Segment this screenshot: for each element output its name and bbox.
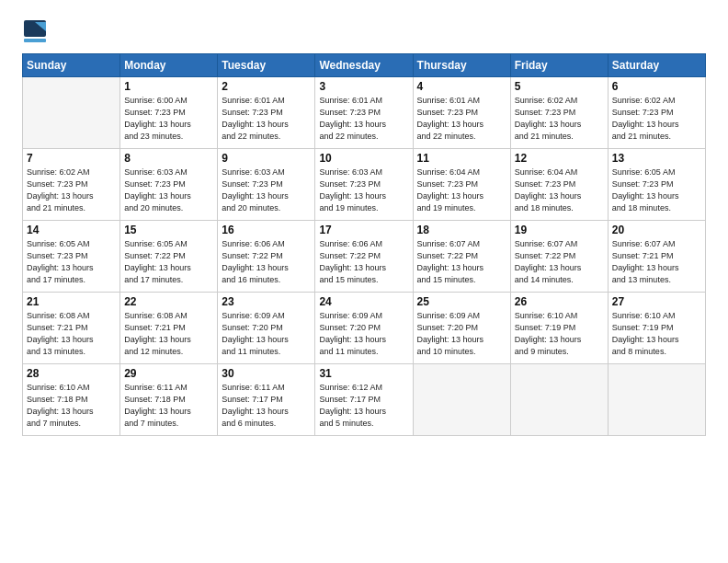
calendar-cell: 19Sunrise: 6:07 AM Sunset: 7:22 PM Dayli…: [510, 221, 608, 293]
calendar-week-row: 1Sunrise: 6:00 AM Sunset: 7:23 PM Daylig…: [23, 77, 706, 149]
day-number: 25: [417, 295, 506, 308]
day-number: 11: [417, 152, 506, 165]
calendar-cell: 30Sunrise: 6:11 AM Sunset: 7:17 PM Dayli…: [218, 364, 315, 436]
calendar-week-row: 14Sunrise: 6:05 AM Sunset: 7:23 PM Dayli…: [23, 221, 706, 293]
header: [22, 18, 706, 44]
calendar-cell: 15Sunrise: 6:05 AM Sunset: 7:22 PM Dayli…: [120, 221, 218, 293]
calendar-cell: 26Sunrise: 6:10 AM Sunset: 7:19 PM Dayli…: [510, 293, 608, 364]
calendar-cell: 31Sunrise: 6:12 AM Sunset: 7:17 PM Dayli…: [315, 364, 413, 436]
page: SundayMondayTuesdayWednesdayThursdayFrid…: [0, 0, 728, 563]
calendar-cell: 9Sunrise: 6:03 AM Sunset: 7:23 PM Daylig…: [218, 149, 315, 221]
day-number: 8: [124, 152, 213, 165]
day-info: Sunrise: 6:11 AM Sunset: 7:17 PM Dayligh…: [222, 382, 311, 430]
calendar-cell: 18Sunrise: 6:07 AM Sunset: 7:22 PM Dayli…: [413, 221, 510, 293]
day-info: Sunrise: 6:04 AM Sunset: 7:23 PM Dayligh…: [417, 167, 506, 214]
day-info: Sunrise: 6:09 AM Sunset: 7:20 PM Dayligh…: [319, 310, 408, 358]
calendar-cell: 28Sunrise: 6:10 AM Sunset: 7:18 PM Dayli…: [23, 364, 120, 436]
day-info: Sunrise: 6:10 AM Sunset: 7:19 PM Dayligh…: [515, 310, 604, 358]
day-info: Sunrise: 6:08 AM Sunset: 7:21 PM Dayligh…: [124, 310, 213, 358]
day-info: Sunrise: 6:07 AM Sunset: 7:21 PM Dayligh…: [612, 238, 701, 286]
day-info: Sunrise: 6:01 AM Sunset: 7:23 PM Dayligh…: [417, 95, 506, 143]
calendar-cell: 7Sunrise: 6:02 AM Sunset: 7:23 PM Daylig…: [23, 149, 120, 221]
calendar-cell: 16Sunrise: 6:06 AM Sunset: 7:22 PM Dayli…: [218, 221, 315, 293]
weekday-header: Tuesday: [218, 54, 315, 77]
calendar-cell: 24Sunrise: 6:09 AM Sunset: 7:20 PM Dayli…: [315, 293, 413, 364]
day-number: 22: [124, 295, 213, 308]
calendar-cell: 2Sunrise: 6:01 AM Sunset: 7:23 PM Daylig…: [218, 77, 315, 149]
day-number: 21: [27, 295, 116, 308]
day-number: 3: [319, 80, 408, 93]
day-info: Sunrise: 6:03 AM Sunset: 7:23 PM Dayligh…: [319, 167, 408, 214]
day-info: Sunrise: 6:02 AM Sunset: 7:23 PM Dayligh…: [612, 95, 701, 143]
calendar-cell: 10Sunrise: 6:03 AM Sunset: 7:23 PM Dayli…: [315, 149, 413, 221]
day-number: 7: [27, 152, 116, 165]
day-number: 27: [612, 295, 701, 308]
day-number: 28: [27, 367, 116, 380]
calendar-cell: 20Sunrise: 6:07 AM Sunset: 7:21 PM Dayli…: [608, 221, 705, 293]
calendar-cell: 29Sunrise: 6:11 AM Sunset: 7:18 PM Dayli…: [120, 364, 218, 436]
day-info: Sunrise: 6:09 AM Sunset: 7:20 PM Dayligh…: [417, 310, 506, 358]
calendar-cell: 3Sunrise: 6:01 AM Sunset: 7:23 PM Daylig…: [315, 77, 413, 149]
calendar-cell: 8Sunrise: 6:03 AM Sunset: 7:23 PM Daylig…: [120, 149, 218, 221]
weekday-header: Wednesday: [315, 54, 413, 77]
day-info: Sunrise: 6:05 AM Sunset: 7:22 PM Dayligh…: [124, 238, 213, 286]
weekday-header: Saturday: [608, 54, 705, 77]
day-number: 12: [515, 152, 604, 165]
weekday-header: Thursday: [413, 54, 510, 77]
day-number: 26: [515, 295, 604, 308]
day-number: 29: [124, 367, 213, 380]
day-info: Sunrise: 6:07 AM Sunset: 7:22 PM Dayligh…: [417, 238, 506, 286]
calendar-cell: 27Sunrise: 6:10 AM Sunset: 7:19 PM Dayli…: [608, 293, 705, 364]
day-info: Sunrise: 6:08 AM Sunset: 7:21 PM Dayligh…: [27, 310, 116, 358]
day-number: 5: [515, 80, 604, 93]
calendar-cell: 4Sunrise: 6:01 AM Sunset: 7:23 PM Daylig…: [413, 77, 510, 149]
calendar-cell: 6Sunrise: 6:02 AM Sunset: 7:23 PM Daylig…: [608, 77, 705, 149]
calendar-cell: 21Sunrise: 6:08 AM Sunset: 7:21 PM Dayli…: [23, 293, 120, 364]
calendar-cell: 17Sunrise: 6:06 AM Sunset: 7:22 PM Dayli…: [315, 221, 413, 293]
day-number: 24: [319, 295, 408, 308]
day-number: 6: [612, 80, 701, 93]
calendar-cell: 12Sunrise: 6:04 AM Sunset: 7:23 PM Dayli…: [510, 149, 608, 221]
weekday-row: SundayMondayTuesdayWednesdayThursdayFrid…: [23, 54, 706, 77]
calendar-cell: 5Sunrise: 6:02 AM Sunset: 7:23 PM Daylig…: [510, 77, 608, 149]
day-info: Sunrise: 6:02 AM Sunset: 7:23 PM Dayligh…: [27, 167, 116, 214]
calendar-header: SundayMondayTuesdayWednesdayThursdayFrid…: [23, 54, 706, 77]
calendar-cell: 25Sunrise: 6:09 AM Sunset: 7:20 PM Dayli…: [413, 293, 510, 364]
calendar-cell: [413, 364, 510, 436]
day-info: Sunrise: 6:04 AM Sunset: 7:23 PM Dayligh…: [515, 167, 604, 214]
day-info: Sunrise: 6:00 AM Sunset: 7:23 PM Dayligh…: [124, 95, 213, 143]
calendar-cell: 23Sunrise: 6:09 AM Sunset: 7:20 PM Dayli…: [218, 293, 315, 364]
calendar-week-row: 7Sunrise: 6:02 AM Sunset: 7:23 PM Daylig…: [23, 149, 706, 221]
day-info: Sunrise: 6:02 AM Sunset: 7:23 PM Dayligh…: [515, 95, 604, 143]
day-number: 16: [222, 224, 311, 236]
svg-rect-2: [24, 39, 46, 42]
day-number: 10: [319, 152, 408, 165]
day-number: 30: [222, 367, 311, 380]
calendar-cell: 1Sunrise: 6:00 AM Sunset: 7:23 PM Daylig…: [120, 77, 218, 149]
calendar-week-row: 21Sunrise: 6:08 AM Sunset: 7:21 PM Dayli…: [23, 293, 706, 364]
day-number: 4: [417, 80, 506, 93]
weekday-header: Monday: [120, 54, 218, 77]
calendar-body: 1Sunrise: 6:00 AM Sunset: 7:23 PM Daylig…: [23, 77, 706, 436]
day-info: Sunrise: 6:10 AM Sunset: 7:19 PM Dayligh…: [612, 310, 701, 358]
calendar: SundayMondayTuesdayWednesdayThursdayFrid…: [22, 53, 706, 436]
day-info: Sunrise: 6:06 AM Sunset: 7:22 PM Dayligh…: [319, 238, 408, 286]
day-number: 14: [27, 224, 116, 236]
day-info: Sunrise: 6:03 AM Sunset: 7:23 PM Dayligh…: [222, 167, 311, 214]
calendar-cell: 22Sunrise: 6:08 AM Sunset: 7:21 PM Dayli…: [120, 293, 218, 364]
calendar-cell: 11Sunrise: 6:04 AM Sunset: 7:23 PM Dayli…: [413, 149, 510, 221]
day-number: 2: [222, 80, 311, 93]
calendar-cell: 14Sunrise: 6:05 AM Sunset: 7:23 PM Dayli…: [23, 221, 120, 293]
day-number: 20: [612, 224, 701, 236]
logo-icon: [22, 18, 48, 44]
day-number: 13: [612, 152, 701, 165]
weekday-header: Friday: [510, 54, 608, 77]
day-info: Sunrise: 6:05 AM Sunset: 7:23 PM Dayligh…: [612, 167, 701, 214]
day-info: Sunrise: 6:10 AM Sunset: 7:18 PM Dayligh…: [27, 382, 116, 430]
day-number: 17: [319, 224, 408, 236]
day-info: Sunrise: 6:07 AM Sunset: 7:22 PM Dayligh…: [515, 238, 604, 286]
day-number: 15: [124, 224, 213, 236]
day-info: Sunrise: 6:11 AM Sunset: 7:18 PM Dayligh…: [124, 382, 213, 430]
calendar-cell: 13Sunrise: 6:05 AM Sunset: 7:23 PM Dayli…: [608, 149, 705, 221]
day-info: Sunrise: 6:09 AM Sunset: 7:20 PM Dayligh…: [222, 310, 311, 358]
